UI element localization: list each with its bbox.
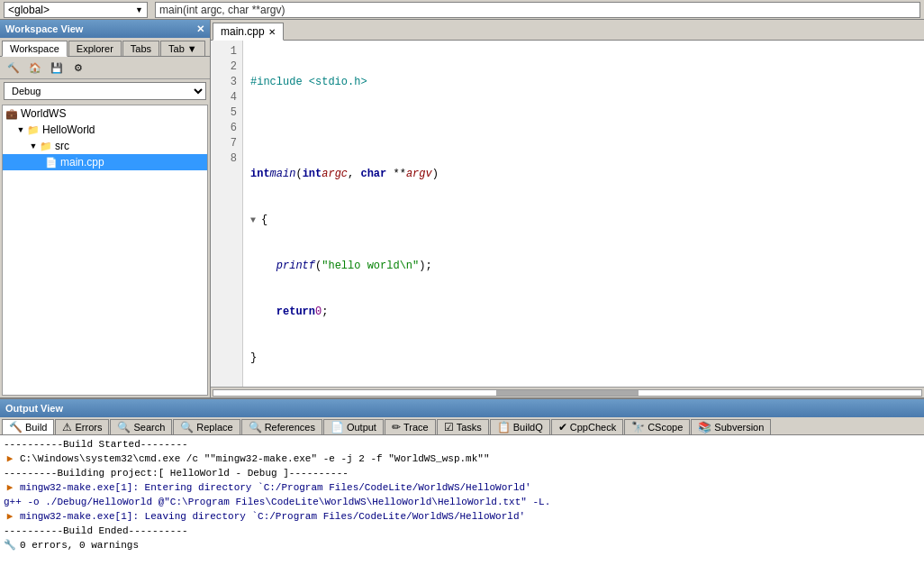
tab-explorer[interactable]: Explorer: [68, 41, 122, 56]
output-line-5: g++ -o ./Debug/HelloWorld @"C:\Program F…: [4, 495, 920, 509]
main-cpp-icon: 📄: [44, 155, 59, 169]
output-text-5: g++ -o ./Debug/HelloWorld @"C:\Program F…: [4, 495, 550, 509]
workspace-toolbar: 🔨 🏠 💾 ⚙: [0, 57, 210, 79]
output-line-3: ---------Building project:[ HelloWorld -…: [4, 466, 920, 480]
code-line-2: [250, 121, 917, 136]
debug-select-wrap: Debug Release: [4, 82, 206, 100]
buildq-tab-icon: 📋: [497, 421, 511, 433]
output-tab-references[interactable]: 🔍 References: [241, 419, 322, 434]
output-tab-subversion[interactable]: 📚 Subversion: [691, 419, 771, 434]
build-tab-icon: 🔨: [9, 421, 23, 433]
output-line-1: ----------Build Started--------: [4, 437, 920, 452]
code-line-3: int main(int argc, char **argv): [250, 167, 917, 182]
references-tab-icon: 🔍: [249, 421, 262, 433]
dropdown-arrow-icon: ▼: [135, 5, 143, 14]
wrench-icon: 🔧: [4, 539, 16, 552]
output-tab-icon2: 📄: [331, 421, 344, 433]
tree-item-helloworld[interactable]: ▼ 📁 HelloWorld: [3, 122, 207, 138]
toolbar-save-btn[interactable]: 💾: [47, 59, 67, 77]
tab-tabs[interactable]: Tabs: [122, 41, 159, 56]
output-tab-build[interactable]: 🔨 Build: [2, 419, 54, 435]
output-text-6: mingw32-make.exe[1]: Leaving directory `…: [20, 509, 525, 524]
line-numbers: 1 2 3 4 5 6 7 8: [211, 41, 243, 387]
output-tab-replace[interactable]: 🔍 Replace: [173, 419, 240, 434]
output-panel-titlebar: Output View: [0, 399, 924, 417]
horizontal-scrollbar[interactable]: [213, 389, 922, 397]
editor-tab-main-cpp[interactable]: main.cpp ✕: [213, 23, 284, 41]
tab-workspace[interactable]: Workspace: [2, 41, 68, 57]
workspace-panel-close[interactable]: ✕: [196, 23, 204, 35]
output-tab-errors[interactable]: ⚠ Errors: [55, 419, 109, 434]
main-cpp-label: main.cpp: [60, 156, 104, 169]
output-tab-output[interactable]: 📄 Output: [323, 419, 384, 434]
workspace-tabs: Workspace Explorer Tabs Tab ▼: [0, 38, 210, 57]
src-toggle[interactable]: ▼: [28, 141, 39, 151]
worldws-label: WorldWS: [21, 107, 66, 120]
output-panel-title: Output View: [5, 403, 63, 414]
output-text-7: ----------Build Ended----------: [4, 524, 188, 538]
output-tab-tasks[interactable]: ☑ Tasks: [437, 419, 489, 434]
file-tree: 💼 WorldWS ▼ 📁 HelloWorld ▼ 📁 src 📄 main.…: [2, 105, 208, 396]
arrow-icon-3: ▶: [4, 510, 16, 523]
arrow-icon-2: ▶: [4, 481, 16, 494]
code-line-6: return 0;: [250, 305, 917, 320]
tree-item-worldws[interactable]: 💼 WorldWS: [3, 105, 207, 122]
toolbar-settings-btn[interactable]: ⚙: [68, 59, 88, 77]
helloworld-folder-icon: 📁: [26, 123, 41, 137]
code-content[interactable]: #include <stdio.h> int main(int argc, ch…: [243, 41, 924, 387]
arrow-icon-1: ▶: [4, 452, 16, 465]
tree-item-src[interactable]: ▼ 📁 src: [3, 138, 207, 154]
scrollbar-thumb[interactable]: [496, 390, 638, 396]
tab-tab-dropdown[interactable]: Tab ▼: [160, 41, 205, 56]
global-dropdown-value: <global>: [8, 4, 50, 16]
debug-select[interactable]: Debug Release: [4, 82, 206, 100]
code-line-7: }: [250, 351, 917, 366]
src-label: src: [55, 140, 69, 152]
tree-item-main-cpp[interactable]: 📄 main.cpp: [3, 154, 207, 170]
errors-tab-icon: ⚠: [62, 421, 72, 433]
workspace-panel-titlebar: Workspace View ✕: [0, 20, 210, 38]
output-text-2: C:\Windows\system32\cmd.exe /c ""mingw32…: [20, 452, 490, 466]
output-text-4: mingw32-make.exe[1]: Entering directory …: [20, 480, 531, 495]
global-dropdown[interactable]: <global> ▼: [4, 2, 148, 18]
code-line-5: printf("hello world\n");: [250, 259, 917, 274]
output-text-1: ----------Build Started--------: [4, 437, 188, 452]
code-editor[interactable]: 1 2 3 4 5 6 7 8 #include <stdio.h> int m…: [211, 41, 924, 387]
search-tab-icon: 🔍: [117, 421, 131, 433]
output-tab-cppcheck[interactable]: ✔ CppCheck: [551, 419, 623, 434]
editor-tab-label: main.cpp: [221, 25, 265, 38]
output-line-4: ▶ mingw32-make.exe[1]: Entering director…: [4, 480, 920, 495]
helloworld-toggle[interactable]: ▼: [15, 124, 26, 135]
editor-scrollbar[interactable]: [211, 387, 924, 397]
output-tab-trace[interactable]: ✏ Trace: [385, 419, 436, 434]
output-text-3: ---------Building project:[ HelloWorld -…: [4, 466, 349, 480]
replace-tab-icon: 🔍: [180, 421, 194, 433]
worldws-icon: 💼: [5, 106, 19, 121]
workspace-panel: Workspace View ✕ Workspace Explorer Tabs…: [0, 20, 211, 397]
top-bar: <global> ▼ main(int argc, char **argv): [0, 0, 924, 20]
code-line-4: ▼{: [250, 213, 917, 228]
breadcrumb: main(int argc, char **argv): [155, 2, 920, 18]
output-line-8: 🔧 0 errors, 0 warnings: [4, 538, 920, 552]
output-tab-cscope[interactable]: 🔭 CScope: [624, 419, 690, 434]
editor-area: main.cpp ✕ 1 2 3 4 5 6 7 8 #include <std…: [211, 20, 924, 397]
code-line-1: #include <stdio.h>: [250, 75, 917, 90]
output-panel: Output View 🔨 Build ⚠ Errors 🔍 Search 🔍 …: [0, 397, 924, 584]
trace-tab-icon: ✏: [392, 421, 401, 433]
output-content: ----------Build Started-------- ▶ C:\Win…: [0, 435, 924, 584]
output-tab-search[interactable]: 🔍 Search: [110, 419, 172, 434]
output-tabs: 🔨 Build ⚠ Errors 🔍 Search 🔍 Replace 🔍 Re…: [0, 417, 924, 435]
toolbar-home-btn[interactable]: 🏠: [25, 59, 45, 77]
workspace-panel-title: Workspace View: [5, 23, 83, 34]
main-area: Workspace View ✕ Workspace Explorer Tabs…: [0, 20, 924, 397]
cppcheck-tab-icon: ✔: [558, 421, 567, 433]
toolbar-build-btn[interactable]: 🔨: [4, 59, 23, 77]
editor-tab-close[interactable]: ✕: [268, 27, 276, 37]
helloworld-label: HelloWorld: [42, 123, 95, 136]
cscope-tab-icon: 🔭: [631, 421, 645, 433]
output-line-2: ▶ C:\Windows\system32\cmd.exe /c ""mingw…: [4, 452, 920, 466]
tasks-tab-icon: ☑: [444, 421, 454, 433]
output-tab-buildq[interactable]: 📋 BuildQ: [490, 419, 550, 434]
output-text-8: 0 errors, 0 warnings: [20, 538, 139, 552]
output-line-6: ▶ mingw32-make.exe[1]: Leaving directory…: [4, 509, 920, 524]
